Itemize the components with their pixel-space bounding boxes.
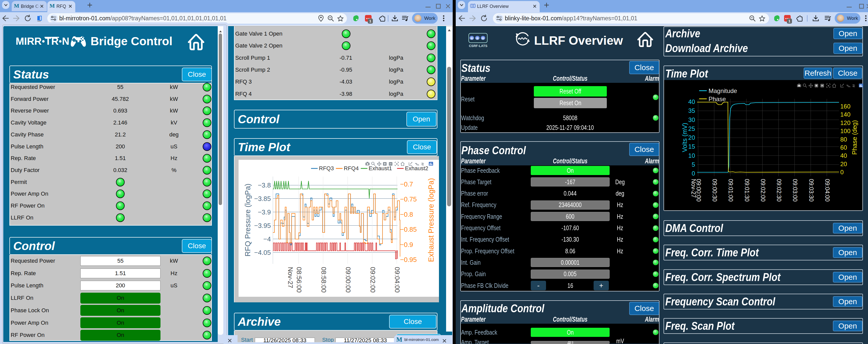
svg-text:−0.9: −0.9 (400, 241, 413, 248)
svg-text:09:01:30: 09:01:30 (744, 179, 750, 202)
svg-text:Phase: Phase (709, 96, 726, 102)
svg-text:Volts (mV): Volts (mV) (681, 123, 688, 152)
svg-text:60: 60 (840, 144, 847, 151)
svg-text:0: 0 (692, 170, 695, 177)
svg-text:09:02:30: 09:02:30 (776, 179, 782, 202)
svg-text:15: 15 (688, 143, 695, 150)
svg-text:09:02:00: 09:02:00 (369, 267, 377, 293)
svg-text:09:00:30: 09:00:30 (711, 179, 718, 202)
svg-text:08:58:00: 08:58:00 (320, 267, 328, 293)
svg-text:−3.8: −3.8 (258, 181, 271, 189)
svg-text:30: 30 (688, 116, 695, 123)
svg-text:120: 120 (840, 119, 850, 126)
svg-text:Exhaust1: Exhaust1 (369, 165, 392, 171)
svg-text:−0.95: −0.95 (400, 256, 417, 264)
svg-text:−0.8: −0.8 (400, 211, 413, 218)
svg-text:35: 35 (688, 107, 695, 114)
svg-text:−3.95: −3.95 (254, 222, 271, 230)
svg-text:−3.9: −3.9 (258, 208, 271, 216)
svg-text:Magnitude: Magnitude (709, 88, 737, 94)
svg-text:RFQ3: RFQ3 (319, 165, 334, 171)
svg-text:25: 25 (688, 125, 695, 132)
svg-text:Phase (deg): Phase (deg) (851, 120, 858, 155)
svg-text:RFQ Pressure (logPa): RFQ Pressure (logPa) (244, 184, 252, 256)
svg-text:09:03:00: 09:03:00 (792, 179, 798, 202)
svg-text:09:04:00: 09:04:00 (394, 267, 401, 293)
svg-text:09:04:00: 09:04:00 (824, 179, 831, 202)
svg-text:−0.7: −0.7 (400, 180, 413, 188)
svg-text:09:02:00: 09:02:00 (760, 179, 766, 202)
svg-text:80: 80 (840, 136, 847, 143)
svg-text:Nov-27: Nov-27 (690, 179, 697, 198)
svg-text:−4.05: −4.05 (254, 249, 271, 256)
svg-text:−4: −4 (263, 235, 271, 243)
svg-text:20: 20 (840, 161, 847, 167)
svg-text:5: 5 (692, 161, 695, 168)
svg-text:RFQ4: RFQ4 (344, 165, 359, 171)
svg-text:−0.85: −0.85 (400, 226, 417, 233)
svg-text:40: 40 (840, 152, 847, 159)
svg-text:−0.75: −0.75 (400, 195, 417, 203)
svg-text:Nov-27: Nov-27 (287, 267, 294, 288)
svg-text:160: 160 (840, 103, 850, 110)
svg-text:08:56:00: 08:56:00 (295, 267, 303, 293)
svg-text:09:00:00: 09:00:00 (344, 267, 352, 293)
svg-text:Exhaust2: Exhaust2 (405, 165, 428, 171)
svg-text:−3.85: −3.85 (254, 195, 271, 203)
svg-text:100: 100 (840, 128, 850, 134)
svg-text:40: 40 (688, 98, 695, 105)
svg-text:0: 0 (840, 169, 844, 176)
svg-text:20: 20 (688, 134, 695, 141)
svg-text:140: 140 (840, 111, 850, 118)
svg-text:10: 10 (688, 152, 695, 159)
svg-text:09:03:30: 09:03:30 (808, 179, 815, 202)
svg-text:Exhaust Pressure (logPa): Exhaust Pressure (logPa) (427, 178, 435, 262)
svg-text:09:01:00: 09:01:00 (727, 179, 734, 202)
